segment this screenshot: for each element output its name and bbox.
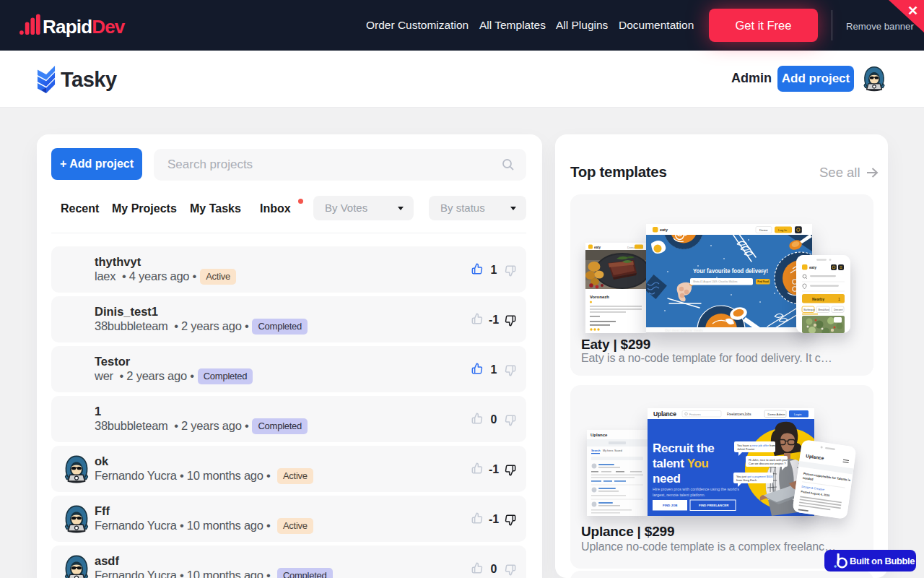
svg-text:Uplance: Uplance [653, 410, 676, 418]
svg-text:1: 1 [838, 297, 840, 301]
svg-text:Saved: Saved [614, 449, 622, 452]
svg-text:Barbeque: Barbeque [803, 309, 815, 311]
svg-text:need: need [653, 472, 680, 486]
svg-text:eaty: eaty [660, 228, 668, 232]
svg-text:Shota 41 August 1349, Chust bu: Shota 41 August 1349, Chust bu Walkins [693, 280, 738, 283]
svg-text:from Greg Koch: from Greg Koch [736, 478, 757, 482]
svg-text:eaty: eaty [594, 246, 601, 249]
svg-text:Search: Search [591, 449, 601, 452]
svg-text:largest, remote talent platfor: largest, remote talent platform. [653, 493, 705, 497]
svg-text:Features: Features [689, 413, 701, 416]
svg-text:Johné Frazier: Johné Frazier [737, 447, 755, 451]
svg-text:Find Food: Find Food [757, 280, 768, 283]
svg-text:FIND FREELANCER: FIND FREELANCER [699, 504, 729, 507]
svg-text:Freelancers: Freelancers [727, 413, 745, 416]
svg-text:Uplance: Uplance [590, 433, 608, 437]
svg-text:Your favourite food delivery!: Your favourite food delivery! [693, 267, 768, 275]
svg-text:Breakfast: Breakfast [819, 309, 829, 311]
svg-text:FIND JOB: FIND JOB [663, 504, 678, 507]
svg-text:Voronezh: Voronezh [590, 295, 609, 299]
svg-text:My hires: My hires [603, 449, 613, 452]
svg-text:Demo: Demo [759, 228, 768, 232]
svg-text:Hi John, nice to work with you: Hi John, nice to work with you! [749, 458, 788, 462]
svg-text:Can we discuss our project ?: Can we discuss our project ? [749, 462, 786, 465]
svg-text:Nearby: Nearby [812, 297, 824, 301]
svg-text:Dessert: Dessert [834, 309, 842, 311]
svg-text:Recruit the: Recruit the [653, 441, 715, 455]
svg-text:eaty: eaty [809, 265, 816, 269]
svg-text:Hire proven pros with confiden: Hire proven pros with confidence using t… [653, 487, 739, 491]
svg-text:You have a new job offer from: You have a new job offer from [737, 444, 776, 447]
svg-text:Jobs: Jobs [744, 413, 751, 416]
svg-text:Demo Admin: Demo Admin [768, 413, 786, 416]
svg-text:You just got a payment $000: You just got a payment $000 [736, 475, 773, 478]
svg-text:talent You: talent You [653, 457, 709, 470]
svg-text:Log In: Log In [778, 228, 788, 232]
svg-text:Our most popular meals: Our most popular meals [665, 329, 703, 332]
svg-text:Demo: Demo [627, 246, 635, 249]
svg-text:Login: Login [794, 413, 802, 416]
